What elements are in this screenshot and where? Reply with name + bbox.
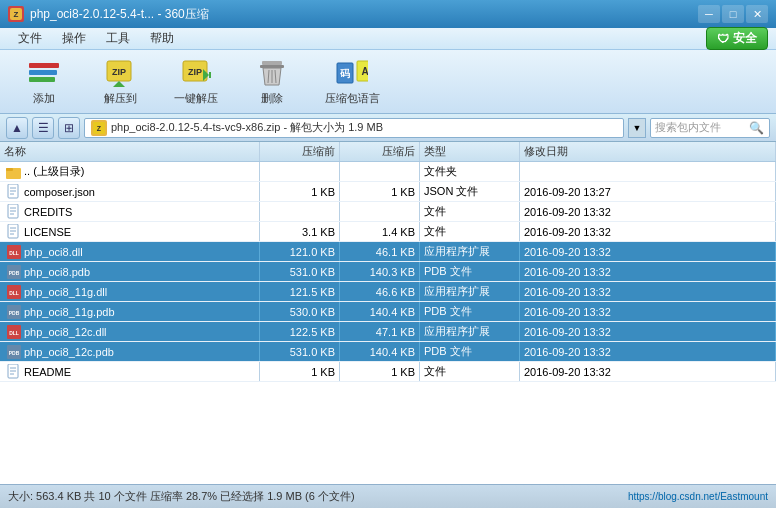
table-row[interactable]: CREDITS 文件 2016-09-20 13:32 xyxy=(0,202,776,222)
close-button[interactable]: ✕ xyxy=(746,5,768,23)
file-date xyxy=(520,162,776,181)
file-size: 1.4 KB xyxy=(340,222,420,241)
status-bar: 大小: 563.4 KB 共 10 个文件 压缩率 28.7% 已经选择 1.9… xyxy=(0,484,776,508)
svg-rect-8 xyxy=(209,72,211,78)
file-name: LICENSE xyxy=(0,222,260,241)
file-list: 名称 压缩前 压缩后 类型 修改日期 .. (上级目录) 文件夹 compose… xyxy=(0,142,776,484)
add-icon xyxy=(28,57,60,89)
onekey-icon: ZIP xyxy=(180,57,212,89)
svg-text:DLL: DLL xyxy=(9,330,19,336)
file-date: 2016-09-20 13:27 xyxy=(520,182,776,201)
table-row[interactable]: DLL php_oci8_11g.dll 121.5 KB 46.6 KB 应用… xyxy=(0,282,776,302)
file-date: 2016-09-20 13:32 xyxy=(520,322,776,341)
search-button[interactable]: 🔍 xyxy=(747,119,765,137)
file-name: DLL php_oci8_11g.dll xyxy=(0,282,260,301)
file-type: 应用程序扩展 xyxy=(420,322,520,341)
extract-button[interactable]: ZIP 解压到 xyxy=(84,54,156,110)
file-compressed xyxy=(260,162,340,181)
svg-text:Z: Z xyxy=(97,125,102,132)
file-date: 2016-09-20 13:32 xyxy=(520,342,776,361)
file-name: PDB php_oci8_11g.pdb xyxy=(0,302,260,321)
table-row[interactable]: .. (上级目录) 文件夹 xyxy=(0,162,776,182)
main-content: 名称 压缩前 压缩后 类型 修改日期 .. (上级目录) 文件夹 compose… xyxy=(0,142,776,484)
svg-marker-4 xyxy=(113,81,125,87)
view-icons-button[interactable]: ⊞ xyxy=(58,117,80,139)
extract-icon: ZIP xyxy=(104,57,136,89)
table-row[interactable]: DLL php_oci8.dll 121.0 KB 46.1 KB 应用程序扩展… xyxy=(0,242,776,262)
file-compressed: 531.0 KB xyxy=(260,262,340,281)
svg-text:码: 码 xyxy=(339,68,350,79)
table-row[interactable]: PDB php_oci8.pdb 531.0 KB 140.3 KB PDB 文… xyxy=(0,262,776,282)
menu-file[interactable]: 文件 xyxy=(8,28,52,49)
file-compressed: 531.0 KB xyxy=(260,342,340,361)
col-header-name: 名称 xyxy=(0,142,260,161)
security-label: 安全 xyxy=(733,30,757,47)
file-size xyxy=(340,202,420,221)
col-header-type: 类型 xyxy=(420,142,520,161)
svg-text:PDB: PDB xyxy=(9,270,20,276)
file-date: 2016-09-20 13:32 xyxy=(520,362,776,381)
file-name: DLL php_oci8.dll xyxy=(0,242,260,261)
file-name: .. (上级目录) xyxy=(0,162,260,181)
status-link[interactable]: https://blog.csdn.net/Eastmount xyxy=(628,491,768,502)
file-type-icon: PDB xyxy=(6,264,22,280)
menu-help[interactable]: 帮助 xyxy=(140,28,184,49)
file-name: PDB php_oci8_12c.pdb xyxy=(0,342,260,361)
table-row[interactable]: DLL php_oci8_12c.dll 122.5 KB 47.1 KB 应用… xyxy=(0,322,776,342)
file-size: 46.6 KB xyxy=(340,282,420,301)
minimize-button[interactable]: ─ xyxy=(698,5,720,23)
file-type-icon xyxy=(6,204,22,220)
file-type: 文件 xyxy=(420,202,520,221)
file-size xyxy=(340,162,420,181)
file-name: README xyxy=(0,362,260,381)
file-date: 2016-09-20 13:32 xyxy=(520,282,776,301)
extract-label: 解压到 xyxy=(104,91,137,106)
file-type-icon xyxy=(6,184,22,200)
file-date: 2016-09-20 13:32 xyxy=(520,242,776,261)
zip-file-icon: Z xyxy=(91,120,107,136)
onekey-button[interactable]: ZIP 一键解压 xyxy=(160,54,232,110)
search-field[interactable]: 搜索包内文件 🔍 xyxy=(650,118,770,138)
window-controls: ─ □ ✕ xyxy=(698,5,768,23)
menu-tools[interactable]: 工具 xyxy=(96,28,140,49)
file-size: 46.1 KB xyxy=(340,242,420,261)
table-row[interactable]: README 1 KB 1 KB 文件 2016-09-20 13:32 xyxy=(0,362,776,382)
address-field[interactable]: Z php_oci8-2.0.12-5.4-ts-vc9-x86.zip - 解… xyxy=(84,118,624,138)
file-type: 文件 xyxy=(420,222,520,241)
table-row[interactable]: composer.json 1 KB 1 KB JSON 文件 2016-09-… xyxy=(0,182,776,202)
add-label: 添加 xyxy=(33,91,55,106)
file-type-icon: PDB xyxy=(6,304,22,320)
file-date: 2016-09-20 13:32 xyxy=(520,302,776,321)
svg-rect-9 xyxy=(262,61,282,65)
table-row[interactable]: PDB php_oci8_11g.pdb 530.0 KB 140.4 KB P… xyxy=(0,302,776,322)
title-bar: Z php_oci8-2.0.12-5.4-t... - 360压缩 ─ □ ✕ xyxy=(0,0,776,28)
table-row[interactable]: LICENSE 3.1 KB 1.4 KB 文件 2016-09-20 13:3… xyxy=(0,222,776,242)
menu-operate[interactable]: 操作 xyxy=(52,28,96,49)
file-compressed xyxy=(260,202,340,221)
language-button[interactable]: 码 A 压缩包语言 xyxy=(312,54,392,110)
add-button[interactable]: 添加 xyxy=(8,54,80,110)
file-name: PDB php_oci8.pdb xyxy=(0,262,260,281)
address-dropdown[interactable]: ▼ xyxy=(628,118,646,138)
column-header: 名称 压缩前 压缩后 类型 修改日期 xyxy=(0,142,776,162)
svg-text:A: A xyxy=(361,66,368,77)
table-row[interactable]: PDB php_oci8_12c.pdb 531.0 KB 140.4 KB P… xyxy=(0,342,776,362)
back-button[interactable]: ▲ xyxy=(6,117,28,139)
file-name: CREDITS xyxy=(0,202,260,221)
security-badge: 🛡 安全 xyxy=(706,27,768,50)
file-size: 140.4 KB xyxy=(340,342,420,361)
svg-text:PDB: PDB xyxy=(9,310,20,316)
file-date: 2016-09-20 13:32 xyxy=(520,222,776,241)
file-type: PDB 文件 xyxy=(420,302,520,321)
file-type-icon xyxy=(6,364,22,380)
file-compressed: 122.5 KB xyxy=(260,322,340,341)
svg-text:DLL: DLL xyxy=(9,290,19,296)
delete-button[interactable]: 删除 xyxy=(236,54,308,110)
file-compressed: 121.5 KB xyxy=(260,282,340,301)
language-icon: 码 A xyxy=(336,57,368,89)
file-size: 140.3 KB xyxy=(340,262,420,281)
file-type: PDB 文件 xyxy=(420,342,520,361)
maximize-button[interactable]: □ xyxy=(722,5,744,23)
file-compressed: 1 KB xyxy=(260,362,340,381)
view-list-button[interactable]: ☰ xyxy=(32,117,54,139)
